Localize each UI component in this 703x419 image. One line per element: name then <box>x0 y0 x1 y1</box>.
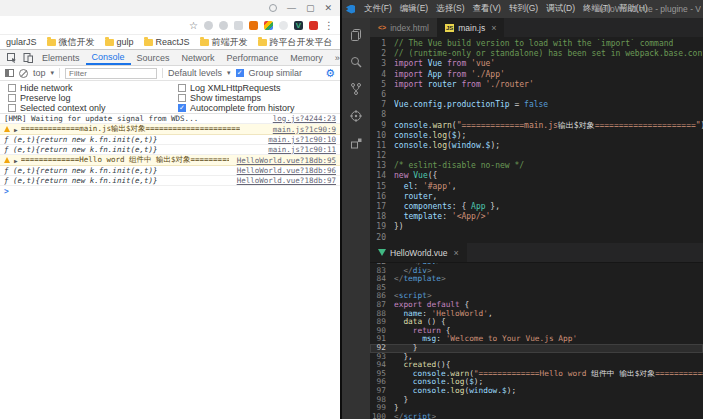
extension-icon-2[interactable] <box>219 21 228 30</box>
extension-icon-6[interactable] <box>279 21 288 30</box>
tab-helloworld-vue[interactable]: HelloWorld.vue × <box>370 243 467 262</box>
line-number: 6 <box>370 90 394 100</box>
search-icon[interactable] <box>349 55 363 69</box>
devtools-tab-performance[interactable]: Performance <box>221 51 285 64</box>
console-setting[interactable]: Selected context only <box>8 103 170 113</box>
close-icon[interactable]: ✕ <box>324 3 332 13</box>
device-toolbar-icon[interactable] <box>23 53 33 63</box>
source-link[interactable]: HelloWorld.vue?18db:96 <box>229 166 336 175</box>
source-link[interactable]: main.js?1c90:10 <box>260 135 336 144</box>
divider <box>162 68 163 78</box>
group-similar-label: Group similar <box>249 68 303 78</box>
console-sidebar-icon[interactable] <box>5 69 14 77</box>
bookmark-item[interactable]: 跨平台开发平台 <box>258 36 333 49</box>
menu-item[interactable]: 查看(V) <box>469 3 505 15</box>
code-text: console.log(window.$); <box>394 387 516 396</box>
kebab-menu-icon[interactable]: ⋮ <box>324 20 334 31</box>
source-link[interactable]: main.js?1c90:11 <box>260 145 336 154</box>
console-message: ƒ (e,t){return new k.fn.init(e,t)}HelloW… <box>0 166 340 176</box>
console-settings-gear-icon[interactable]: ⚙ <box>325 67 335 80</box>
line-number: 11 <box>370 141 394 151</box>
group-similar-checkbox[interactable]: ✓ <box>236 69 244 77</box>
bookmarks-bar: gularJS微信开发gulpReactJS前端开发跨平台开发平台avalon … <box>0 35 340 49</box>
tab-close-icon[interactable]: × <box>453 248 458 258</box>
folder-icon <box>200 39 209 46</box>
extension-icon-5[interactable] <box>264 21 273 30</box>
log-levels-selector[interactable]: Default levels <box>168 68 222 78</box>
bookmark-item[interactable]: gularJS <box>6 37 37 47</box>
code-text: </div> <box>394 267 432 276</box>
execution-context-selector[interactable]: top <box>33 68 46 78</box>
expand-arrow-icon[interactable]: ▶ <box>14 126 18 133</box>
expand-arrow-icon[interactable]: ▶ <box>14 157 18 164</box>
menu-item[interactable]: 调试(D) <box>542 3 579 15</box>
extension-icon-7[interactable] <box>309 21 318 30</box>
source-link[interactable]: HelloWorld.vue?18db:97 <box>229 176 336 185</box>
menu-item[interactable]: 编辑(E) <box>396 3 432 15</box>
clear-console-icon[interactable] <box>19 69 28 78</box>
console-filter-input[interactable] <box>65 68 157 79</box>
code-line: 99} <box>370 404 703 413</box>
console-setting[interactable]: Log XMLHttpRequests <box>178 83 340 93</box>
source-link[interactable]: HelloWorld.vue?18db:95 <box>229 156 336 165</box>
maximize-icon[interactable]: ▢ <box>306 3 315 13</box>
folder-icon <box>258 39 267 46</box>
tab-main-js[interactable]: JS main.js × <box>437 18 505 37</box>
tab-close-icon[interactable]: × <box>491 23 496 33</box>
minimize-icon[interactable]: — <box>287 3 296 13</box>
explorer-files-icon[interactable] <box>349 28 363 42</box>
console-message: ƒ (e,t){return new k.fn.init(e,t)}main.j… <box>0 145 340 155</box>
checkbox[interactable] <box>178 84 186 92</box>
console-setting[interactable]: ✓Autocomplete from history <box>178 103 340 113</box>
menu-item[interactable]: 选择(S) <box>432 3 468 15</box>
code-text: router, <box>394 192 437 202</box>
code-line: 85 <box>370 284 703 293</box>
console-setting[interactable]: Hide network <box>8 83 170 93</box>
editor-helloworld-vue[interactable]: 82 </div>83 </div>84</template>8586<scri… <box>370 262 703 419</box>
console-setting[interactable]: Show timestamps <box>178 93 340 103</box>
checkbox[interactable]: ✓ <box>178 104 186 112</box>
bookmark-item[interactable]: 微信开发 <box>47 36 95 49</box>
source-link[interactable]: log.js?4244:23 <box>265 114 336 123</box>
devtools-tab-network[interactable]: Network <box>176 51 221 64</box>
devtools-tab-memory[interactable]: Memory <box>284 51 329 64</box>
console-prompt[interactable]: > <box>0 186 340 197</box>
code-line: 96 console.log($); <box>370 378 703 387</box>
bookmark-item[interactable]: ReactJS <box>144 37 190 47</box>
tab-index-html[interactable]: <> index.html <box>370 18 437 37</box>
bookmark-star-icon[interactable]: ☆ <box>189 20 198 31</box>
checkbox[interactable] <box>8 94 16 102</box>
devtools-tab-console[interactable]: Console <box>86 50 131 65</box>
code-text: } <box>394 396 408 405</box>
extensions-icon[interactable] <box>349 136 363 150</box>
editor-main-js[interactable]: 1// The Vue build version to load with t… <box>370 37 703 243</box>
checkbox[interactable] <box>8 84 16 92</box>
menu-item[interactable]: 转到(G) <box>505 3 542 15</box>
chevron-down-icon: ▾ <box>51 69 55 77</box>
source-link[interactable]: main.js?1c90:9 <box>265 125 336 134</box>
extension-icon-3[interactable] <box>234 21 243 30</box>
extension-icon-4[interactable] <box>249 21 258 30</box>
debug-icon[interactable] <box>349 109 363 123</box>
code-line: 94 created(){ <box>370 361 703 370</box>
extension-icon-1[interactable] <box>204 21 213 30</box>
folder-icon <box>105 39 114 46</box>
bookmark-item[interactable]: 前端开发 <box>200 36 248 49</box>
checkbox[interactable] <box>178 94 186 102</box>
console-setting[interactable]: Preserve log <box>8 93 170 103</box>
code-line: 12 <box>370 151 703 161</box>
code-text: import App from './App' <box>394 70 505 80</box>
vue-devtools-icon[interactable]: V <box>294 21 303 30</box>
menu-item[interactable]: 文件(F) <box>360 3 396 15</box>
source-control-icon[interactable] <box>349 82 363 96</box>
devtools-tab-sources[interactable]: Sources <box>131 51 176 64</box>
checkbox[interactable] <box>8 104 16 112</box>
setting-label: Selected context only <box>20 103 106 113</box>
message-text: ƒ (e,t){return new k.fn.init(e,t)} <box>4 176 158 185</box>
profile-icon[interactable] <box>269 4 277 12</box>
code-line: 91 msg: 'Welcome to Your Vue.js App' <box>370 335 703 344</box>
bookmark-item[interactable]: gulp <box>105 37 134 47</box>
code-line: 9console.warn("=============main.js输出$对象… <box>370 121 703 131</box>
inspect-element-icon[interactable] <box>7 53 17 63</box>
devtools-tab-elements[interactable]: Elements <box>36 51 86 64</box>
